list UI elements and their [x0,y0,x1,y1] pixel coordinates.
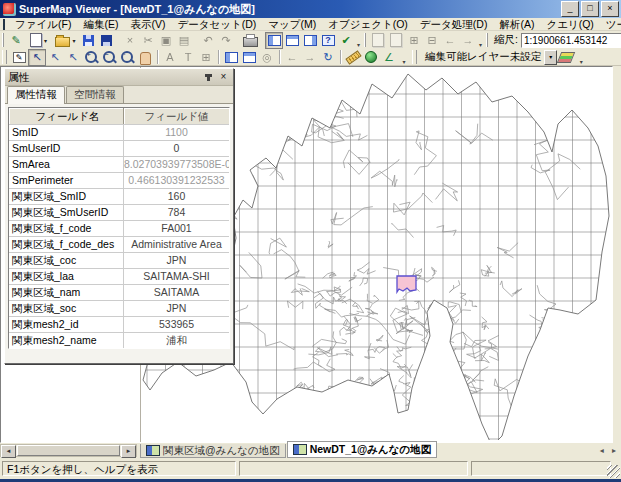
menu-item[interactable]: 編集(E) [77,18,124,31]
scrollbar-thumb[interactable] [17,445,120,456]
attribute-row[interactable]: 関東mesh2_name 浦和 [9,333,229,348]
forward-icon: → [305,50,316,65]
menu-item[interactable]: 表示(V) [124,18,171,31]
zoom-window-button[interactable] [240,49,258,66]
copy-icon: ▣ [161,33,171,48]
toolbar-overflow-icon[interactable]: ▾ [479,32,482,48]
attribute-tab[interactable]: 属性情報 [7,86,65,104]
toolbar-overflow-icon[interactable]: ▾ [357,32,360,48]
combo-caret-icon[interactable]: ▾ [544,50,557,65]
print-button[interactable] [241,32,259,49]
measure-distance-button[interactable] [344,49,362,66]
map-window-tab[interactable]: NewDT_1@みんなの地図 [287,441,438,458]
map-window: 属性 × 属性情報空間情報 フィールド名 フィールド値 SmID 1100 Sm… [0,66,613,443]
select-region-button[interactable]: ↖ [64,49,82,66]
attribute-row[interactable]: 関東区域_coc JPN [9,253,229,269]
menu-item-label: クエリ(Q) [546,18,593,30]
attribute-row[interactable]: 関東区域_soc JPN [9,301,229,317]
layers-button[interactable] [557,49,575,66]
toolbar-grip[interactable] [486,33,488,47]
new-workspace-button[interactable]: ▾ [25,32,52,49]
close-button[interactable]: × [601,1,619,17]
scale-label: 縮尺: [494,33,518,47]
attribute-row[interactable]: 関東区域_SmUserID 784 [9,205,229,221]
output-panel-button[interactable] [301,32,319,49]
attribute-row[interactable]: 関東mesh2_id 533965 [9,317,229,333]
menu-item[interactable]: オブジェクト(O) [322,18,414,31]
toolbar-grip[interactable] [2,33,4,47]
menu-item[interactable]: マップ(M) [262,18,322,31]
save-button[interactable] [79,32,97,49]
map-window-tab[interactable]: 関東区域@みんなの地図 [140,444,286,458]
wand-icon[interactable]: ✎ [7,32,25,49]
menu-item-label: 編集(E) [83,18,118,30]
menu-item[interactable]: ツール(T) [600,18,621,31]
help-panel-button[interactable]: ? [319,32,337,49]
selected-mesh-cell[interactable] [397,276,416,292]
attribute-row[interactable]: 関東区域_laa SAITAMA-SHI [9,269,229,285]
open-workspace-button[interactable]: ▾ [52,32,79,49]
full-extent-button[interactable] [222,49,240,66]
toolbar-grip[interactable] [412,50,417,64]
attribute-row[interactable]: 関東区域_SmID 160 [9,189,229,205]
attribute-row[interactable]: 関東区域_f_code FA001 [9,221,229,237]
attribute-row[interactable]: SmPerimeter 0.466130391232533 [9,173,229,189]
attribute-row[interactable]: SmUserID 0 [9,141,229,157]
zoom-free-button[interactable]: · [118,49,136,66]
scale-input[interactable] [521,33,621,48]
editable-layer-combo[interactable]: 編集可能レイヤー未設定 ▾ [422,50,557,65]
workspace-panel-button[interactable] [265,32,283,49]
tab-scroll-arrows[interactable]: ◂ ▸ [600,446,619,455]
field-value-cell: SAITAMA-SHI [124,269,229,284]
layer-panel-button[interactable] [283,32,301,49]
menu-item[interactable]: データセット(D) [171,18,262,31]
pan-button[interactable] [136,49,154,66]
panel-close-button[interactable]: × [217,71,230,83]
scroll-left-button[interactable]: ◄ [1,445,16,458]
measure-angle-icon: ∠ [384,50,394,65]
scroll-right-button[interactable]: ► [121,445,136,458]
open-workspace-icon [55,37,70,47]
select-button[interactable]: ↖ [28,49,46,66]
attribute-row[interactable]: 関東区域_nam SAITAMA [9,285,229,301]
attribute-row[interactable]: 関東区域_f_code_des Administrative Area [9,237,229,253]
toolbar-overflow-icon[interactable]: ▾ [400,49,408,65]
new-dataset-icon [372,33,384,47]
text-label-icon: A [166,50,173,65]
zoom-in-button[interactable]: + [82,49,100,66]
legend-button[interactable]: ✔ [337,32,355,49]
navigate-group: ✎↖↖↖+−· [10,49,154,66]
globe-icon: ◎ [262,50,272,65]
menu-item[interactable]: クエリ(Q) [540,18,599,31]
toolbar-overflow-icon[interactable]: ▾ [577,49,585,65]
menu-item[interactable]: データ処理(D) [414,18,494,31]
map-edit-button[interactable]: ✎ [10,49,28,66]
menu-item-label: 解析(A) [499,18,534,30]
refresh-button[interactable]: ↻ [319,49,337,66]
menu-item[interactable]: 解析(A) [493,18,540,31]
attribute-panel-titlebar[interactable]: 属性 × [5,69,233,86]
resize-grip[interactable] [607,465,620,478]
dropdown-caret-icon[interactable]: ▾ [44,37,47,44]
attribute-row[interactable]: SmArea 8.02703939773508E-03 [9,157,229,173]
toolbar-grip[interactable] [364,33,366,47]
attribute-row[interactable]: SmID 1100 [9,125,229,141]
toolbar-grip[interactable] [2,50,7,64]
dropdown-caret-icon[interactable]: ▾ [72,37,75,44]
attribute-tab[interactable]: 空間情報 [66,86,124,103]
text-annotation-icon: T [179,49,197,66]
minimize-button[interactable]: _ [561,1,579,17]
pin-button[interactable] [202,71,215,83]
append-rows-icon: ⊞ [409,33,418,48]
menu-item[interactable]: ファイル(F) [9,18,77,31]
measure-angle-button[interactable]: ∠ [380,49,398,66]
maximize-button[interactable]: □ [581,1,599,17]
menu-item-label: マップ(M) [268,18,316,30]
save-all-button[interactable] [97,32,115,49]
zoom-out-button[interactable]: − [100,49,118,66]
select-circle-button[interactable]: ↖ [46,49,64,66]
measure-area-button[interactable] [362,49,380,66]
attribute-table: フィールド名 フィールド値 SmID 1100 SmUserID 0 SmAre… [8,107,230,349]
extent-group: ◎ [222,49,276,66]
horizontal-scrollbar[interactable]: ◄ ► [0,444,137,457]
